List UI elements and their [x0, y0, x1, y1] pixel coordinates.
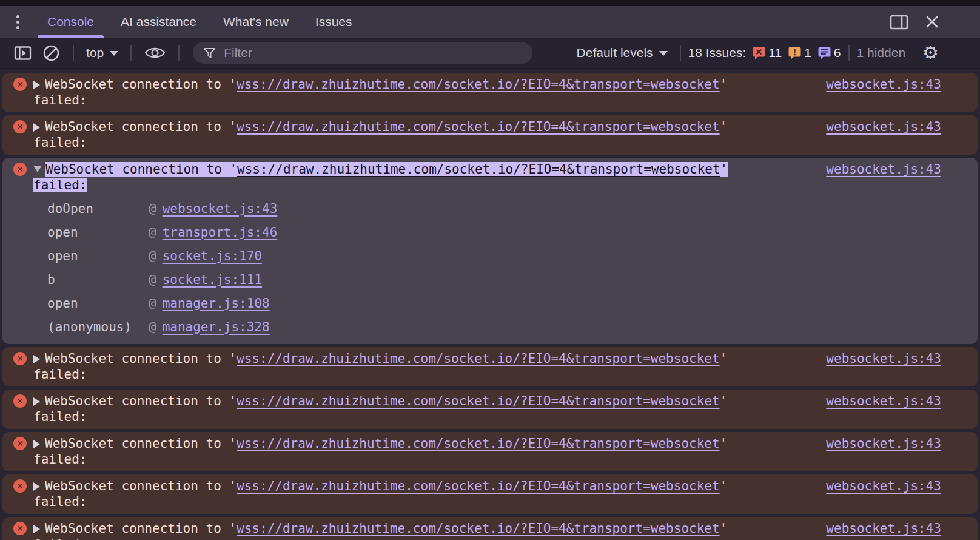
stack-frame: open@manager.js:108	[47, 291, 814, 315]
source-link[interactable]: websocket.js:43	[826, 521, 941, 536]
message-text: failed:	[33, 410, 87, 424]
console-message[interactable]: ✕WebSocket connection to 'wss://draw.zhu…	[2, 432, 978, 471]
filter-box[interactable]	[193, 42, 532, 64]
message-text: failed:	[33, 367, 87, 382]
stack-source-link[interactable]: websocket.js:43	[163, 201, 278, 217]
message-text: failed:	[33, 93, 87, 107]
error-icon: ✕	[13, 479, 27, 493]
source-link[interactable]: websocket.js:43	[826, 478, 941, 494]
stack-source-link[interactable]: manager.js:328	[163, 319, 270, 335]
expand-caret-icon[interactable]	[33, 525, 40, 533]
chevron-down-icon	[659, 51, 668, 56]
warning-issues-count: 1	[804, 46, 811, 60]
filter-input[interactable]	[224, 46, 523, 60]
warning-bubble-icon	[788, 46, 802, 60]
message-url-link[interactable]: wss://draw.zhuizhutime.com/socket.io/?EI…	[237, 394, 720, 408]
error-icon: ✕	[13, 163, 27, 176]
source-link[interactable]: websocket.js:43	[826, 393, 941, 409]
message-body: WebSocket connection to 'wss://draw.zhui…	[33, 76, 814, 108]
clear-console-button[interactable]	[37, 44, 65, 62]
message-line-2: failed:	[33, 366, 814, 382]
console-message[interactable]: ✕WebSocket connection to 'wss://draw.zhu…	[2, 474, 978, 514]
error-icon: ✕	[13, 437, 27, 450]
console-message[interactable]: ✕WebSocket connection to 'wss://draw.zhu…	[2, 158, 978, 344]
message-text: WebSocket connection to '	[45, 120, 237, 134]
toolbar-divider	[73, 45, 74, 61]
log-levels-selector[interactable]: Default levels	[572, 46, 673, 60]
tab-whats-new[interactable]: What's new	[210, 6, 302, 38]
dock-side-icon	[890, 14, 908, 30]
console-settings-button[interactable]: ⚙	[918, 44, 944, 62]
more-options-menu-icon[interactable]	[12, 6, 23, 38]
source-link[interactable]: websocket.js:43	[826, 161, 941, 177]
expand-caret-icon[interactable]	[33, 482, 40, 491]
stack-source-link[interactable]: socket.js:111	[163, 272, 262, 288]
error-icon: ✕	[13, 352, 27, 365]
context-selector[interactable]: top	[81, 46, 123, 60]
message-line-1: WebSocket connection to 'wss://draw.zhui…	[33, 436, 814, 451]
tab-issues[interactable]: Issues	[302, 6, 366, 38]
console-message[interactable]: ✕WebSocket connection to 'wss://draw.zhu…	[2, 115, 978, 155]
message-url-link[interactable]: wss://draw.zhuizhutime.com/socket.io/?EI…	[237, 479, 720, 493]
message-line-1: WebSocket connection to 'wss://draw.zhui…	[33, 76, 814, 92]
console-message[interactable]: ✕WebSocket connection to 'wss://draw.zhu…	[2, 390, 978, 429]
message-line-1: WebSocket connection to 'wss://draw.zhui…	[33, 119, 814, 135]
create-live-expression-button[interactable]	[139, 45, 171, 61]
toolbar-divider	[848, 45, 850, 61]
stack-source-link[interactable]: transport.js:46	[163, 224, 278, 240]
at-symbol: @	[149, 248, 156, 264]
console-toolbar: top Default levels 18 Issues:	[0, 38, 980, 69]
at-symbol: @	[149, 272, 156, 288]
close-devtools-button[interactable]	[924, 14, 940, 30]
expand-caret-icon[interactable]	[33, 440, 40, 448]
at-symbol: @	[149, 319, 156, 335]
source-link[interactable]: websocket.js:43	[826, 436, 941, 451]
message-line-2: failed:	[33, 409, 814, 425]
message-text: failed:	[33, 178, 87, 192]
stack-function-name: open	[47, 295, 149, 311]
tab-console[interactable]: Console	[34, 6, 107, 38]
dock-side-button[interactable]	[890, 14, 908, 30]
error-bubble-icon	[752, 46, 766, 60]
stack-source-link[interactable]: manager.js:108	[163, 295, 270, 311]
collapse-caret-icon[interactable]	[33, 166, 42, 172]
show-console-sidebar-button[interactable]	[8, 44, 37, 62]
console-message[interactable]: ✕WebSocket connection to 'wss://draw.zhu…	[2, 517, 978, 540]
message-body: WebSocket connection to 'wss://draw.zhui…	[33, 436, 814, 467]
error-icon: ✕	[13, 120, 27, 133]
issues-counter[interactable]: 18 Issues: 11 1	[688, 46, 841, 60]
tab-ai-assistance[interactable]: AI assistance	[107, 6, 210, 38]
expand-caret-icon[interactable]	[33, 123, 40, 132]
stack-function-name: doOpen	[47, 201, 149, 217]
stack-frame: doOpen@websocket.js:43	[47, 197, 814, 220]
message-text: failed:	[33, 494, 87, 509]
panel-tabs: Console AI assistance What's new Issues	[34, 6, 366, 38]
issues-label: 18 Issues:	[688, 46, 747, 60]
message-url-link[interactable]: wss://draw.zhuizhutime.com/socket.io/?EI…	[237, 120, 720, 134]
console-sidebar-icon	[13, 44, 32, 62]
clear-console-icon	[42, 44, 61, 62]
expand-caret-icon[interactable]	[33, 397, 40, 406]
stack-function-name: open	[47, 224, 149, 240]
message-url-link[interactable]: wss://draw.zhuizhutime.com/socket.io/?EI…	[237, 77, 720, 92]
message-url-link[interactable]: wss://draw.zhuizhutime.com/socket.io/?EI…	[237, 521, 720, 536]
message-line-2: failed:	[33, 451, 814, 467]
at-symbol: @	[149, 201, 156, 217]
message-body: WebSocket connection to 'wss://draw.zhui…	[33, 119, 814, 150]
console-message[interactable]: ✕WebSocket connection to 'wss://draw.zhu…	[2, 73, 978, 112]
stack-source-link[interactable]: socket.js:170	[163, 248, 262, 264]
info-issues-count: 6	[834, 46, 841, 60]
expand-caret-icon[interactable]	[33, 81, 40, 89]
message-line-1: WebSocket connection to 'wss://draw.zhui…	[33, 351, 814, 366]
message-url-link[interactable]: wss://draw.zhuizhutime.com/socket.io/?EI…	[237, 351, 720, 366]
source-link[interactable]: websocket.js:43	[826, 351, 941, 366]
message-url-link[interactable]: wss://draw.zhuizhutime.com/socket.io/?EI…	[237, 162, 720, 177]
message-body: WebSocket connection to 'wss://draw.zhui…	[33, 393, 814, 425]
source-link[interactable]: websocket.js:43	[826, 76, 941, 92]
message-url-link[interactable]: wss://draw.zhuizhutime.com/socket.io/?EI…	[237, 436, 720, 451]
message-line-2: failed:	[33, 135, 814, 150]
console-messages: ✕WebSocket connection to 'wss://draw.zhu…	[0, 69, 980, 540]
console-message[interactable]: ✕WebSocket connection to 'wss://draw.zhu…	[2, 347, 978, 386]
expand-caret-icon[interactable]	[33, 355, 40, 363]
source-link[interactable]: websocket.js:43	[826, 119, 941, 135]
